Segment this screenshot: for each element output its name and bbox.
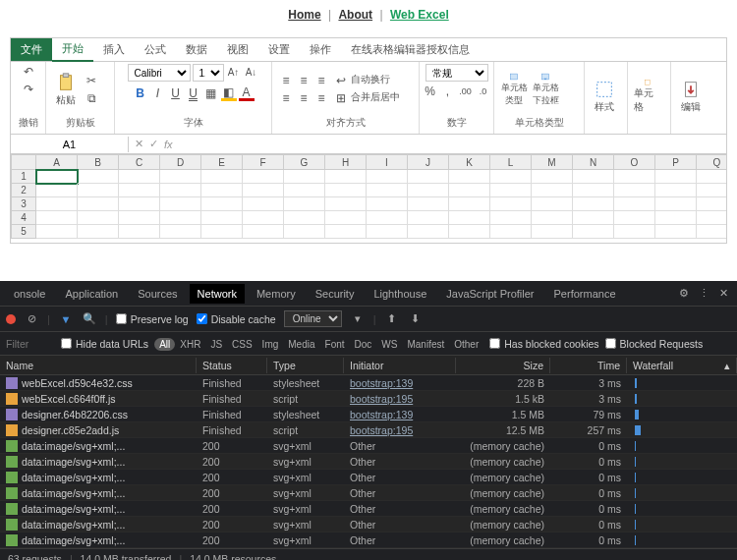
devtools-tab-memory[interactable]: Memory bbox=[249, 284, 304, 304]
ribbon-tab-3[interactable]: 公式 bbox=[135, 38, 176, 61]
col-type[interactable]: Type bbox=[267, 358, 344, 373]
network-row[interactable]: data:image/svg+xml;...200svg+xmlOther(me… bbox=[0, 517, 737, 532]
bold-icon[interactable]: B bbox=[133, 85, 148, 101]
col-header[interactable]: P bbox=[655, 154, 697, 170]
formula-cancel-icon[interactable]: ✕ bbox=[135, 138, 143, 150]
ribbon-tab-6[interactable]: 设置 bbox=[258, 38, 300, 61]
col-header[interactable]: G bbox=[284, 154, 325, 170]
cell[interactable] bbox=[367, 225, 408, 239]
name-box[interactable]: A1 bbox=[11, 137, 129, 152]
cell[interactable] bbox=[614, 211, 655, 225]
filter-type-ws[interactable]: WS bbox=[376, 338, 402, 351]
cell[interactable] bbox=[490, 197, 532, 211]
cell[interactable] bbox=[201, 170, 243, 184]
chevron-down-icon[interactable]: ▾ bbox=[350, 311, 366, 327]
decrease-font-icon[interactable]: A↓ bbox=[244, 64, 259, 80]
network-row[interactable]: data:image/svg+xml;...200svg+xmlOther(me… bbox=[0, 501, 737, 517]
cell[interactable] bbox=[367, 197, 408, 211]
paste-button[interactable]: 粘贴 bbox=[52, 72, 80, 107]
cell[interactable] bbox=[614, 184, 655, 197]
col-status[interactable]: Status bbox=[197, 358, 267, 373]
cell[interactable] bbox=[243, 225, 284, 239]
filter-type-other[interactable]: Other bbox=[449, 338, 483, 351]
filter-type-media[interactable]: Media bbox=[283, 338, 319, 351]
cell[interactable] bbox=[367, 211, 408, 225]
disable-cache-check[interactable]: Disable cache bbox=[197, 313, 276, 325]
devtools-tab-performance[interactable]: Performance bbox=[546, 284, 624, 304]
devtools-tab-sources[interactable]: Sources bbox=[130, 284, 185, 304]
undo-icon[interactable]: ↶ bbox=[21, 64, 36, 80]
cell[interactable] bbox=[573, 225, 614, 239]
cell[interactable] bbox=[614, 170, 655, 184]
cell[interactable] bbox=[697, 184, 726, 197]
cell[interactable] bbox=[284, 170, 325, 184]
cell[interactable] bbox=[78, 170, 119, 184]
col-header[interactable]: J bbox=[408, 154, 449, 170]
cell[interactable] bbox=[243, 184, 284, 197]
cell[interactable] bbox=[449, 211, 490, 225]
cell[interactable] bbox=[697, 225, 726, 239]
cell[interactable] bbox=[243, 197, 284, 211]
clear-icon[interactable]: ⊘ bbox=[24, 311, 39, 327]
filter-type-doc[interactable]: Doc bbox=[350, 338, 377, 351]
cell[interactable] bbox=[573, 170, 614, 184]
ribbon-tab-7[interactable]: 操作 bbox=[300, 38, 341, 61]
cell[interactable] bbox=[78, 211, 119, 225]
align-bottom-icon[interactable]: ≡ bbox=[313, 73, 329, 88]
cell[interactable] bbox=[78, 184, 119, 197]
cell[interactable] bbox=[325, 225, 367, 239]
initiator[interactable]: bootstrap:139 bbox=[344, 377, 456, 389]
hide-data-urls-check[interactable]: Hide data URLs bbox=[61, 338, 148, 350]
row-header[interactable]: 5 bbox=[11, 225, 36, 239]
italic-icon[interactable]: I bbox=[150, 85, 166, 101]
redo-icon[interactable]: ↷ bbox=[21, 82, 36, 97]
filter-type-css[interactable]: CSS bbox=[227, 338, 257, 351]
col-header[interactable]: E bbox=[201, 154, 243, 170]
network-row[interactable]: data:image/svg+xml;...200svg+xmlOther(me… bbox=[0, 438, 737, 454]
cell[interactable] bbox=[449, 225, 490, 239]
cell[interactable] bbox=[119, 170, 160, 184]
throttle-select[interactable]: Online bbox=[284, 310, 342, 327]
cell[interactable] bbox=[325, 184, 367, 197]
devtools-tab-application[interactable]: Application bbox=[57, 284, 126, 304]
cell[interactable] bbox=[573, 184, 614, 197]
devtools-tab-lighthouse[interactable]: Lighthouse bbox=[366, 284, 434, 304]
celltype-dropdown-button[interactable]: 单元格下拉框 bbox=[532, 72, 559, 107]
spreadsheet-grid[interactable]: 12345 ABCDEFGHIJKLMNOPQ bbox=[11, 154, 726, 243]
nav-about[interactable]: About bbox=[338, 8, 372, 22]
font-color-icon[interactable]: A bbox=[239, 85, 255, 101]
cell[interactable] bbox=[325, 211, 367, 225]
cell[interactable] bbox=[697, 170, 726, 184]
cell[interactable] bbox=[36, 225, 78, 239]
cell[interactable] bbox=[655, 184, 697, 197]
network-row[interactable]: designer.64b82206.cssFinishedstylesheetb… bbox=[0, 407, 737, 422]
cell[interactable] bbox=[532, 225, 573, 239]
formula-accept-icon[interactable]: ✓ bbox=[149, 138, 158, 150]
cell[interactable] bbox=[408, 211, 449, 225]
cell[interactable] bbox=[160, 184, 201, 197]
devtools-tab-network[interactable]: Network bbox=[190, 284, 245, 304]
cell[interactable] bbox=[201, 184, 243, 197]
formula-input[interactable] bbox=[179, 137, 720, 151]
cell[interactable] bbox=[78, 197, 119, 211]
cell[interactable] bbox=[655, 225, 697, 239]
cell[interactable] bbox=[160, 225, 201, 239]
network-row[interactable]: webExcel.d59c4e32.cssFinishedstylesheetb… bbox=[0, 375, 737, 391]
cell[interactable] bbox=[367, 170, 408, 184]
cell[interactable] bbox=[449, 184, 490, 197]
col-initiator[interactable]: Initiator bbox=[344, 358, 456, 373]
cell[interactable] bbox=[201, 197, 243, 211]
network-row[interactable]: data:image/svg+xml;...200svg+xmlOther(me… bbox=[0, 532, 737, 548]
cell[interactable] bbox=[325, 170, 367, 184]
cell[interactable] bbox=[532, 170, 573, 184]
percent-icon[interactable]: % bbox=[423, 84, 438, 99]
filter-toggle-icon[interactable]: ▼ bbox=[58, 311, 74, 327]
cell[interactable] bbox=[655, 197, 697, 211]
col-name[interactable]: Name bbox=[0, 358, 197, 373]
col-waterfall[interactable]: Waterfall ▴ bbox=[627, 358, 737, 373]
network-row[interactable]: data:image/svg+xml;...200svg+xmlOther(me… bbox=[0, 454, 737, 470]
filter-type-xhr[interactable]: XHR bbox=[175, 338, 205, 351]
underline-icon[interactable]: U bbox=[168, 85, 184, 101]
cell[interactable] bbox=[160, 170, 201, 184]
col-header[interactable]: F bbox=[243, 154, 284, 170]
